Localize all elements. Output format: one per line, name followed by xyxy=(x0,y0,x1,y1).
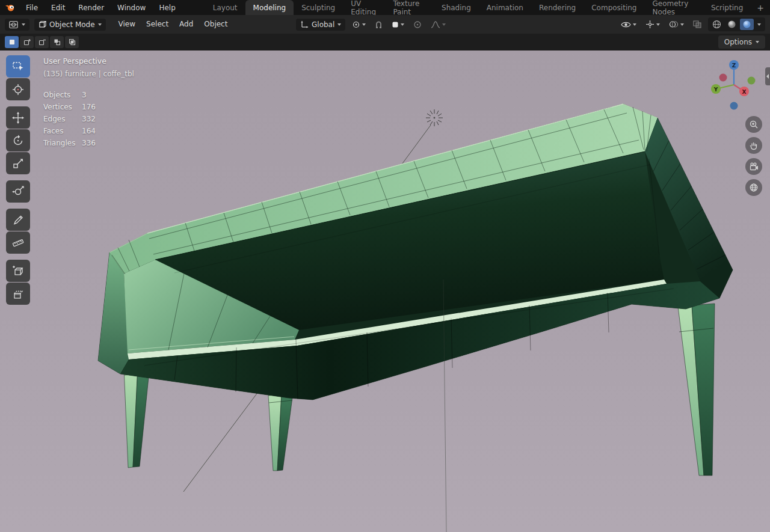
tool-move[interactable] xyxy=(6,106,30,129)
select-mode-subtract[interactable] xyxy=(35,36,49,48)
tool-interactive-add[interactable] xyxy=(6,283,30,305)
viewport-info: User Perspective (135) furniture | coffe… xyxy=(43,57,134,78)
gizmos-dropdown[interactable] xyxy=(643,18,662,31)
tab-scripting[interactable]: Scripting xyxy=(703,0,751,15)
pan-button[interactable] xyxy=(745,137,762,154)
proportional-editing-toggle[interactable] xyxy=(411,19,424,31)
navigation-gizmo[interactable]: Z Y X xyxy=(709,58,759,115)
gizmo-axis-neg-z[interactable] xyxy=(730,102,738,110)
menu-window[interactable]: Window xyxy=(111,0,152,15)
select-mode-invert[interactable] xyxy=(50,36,64,48)
tab-compositing[interactable]: Compositing xyxy=(584,0,644,15)
gizmo-axis-neg-x[interactable] xyxy=(719,74,727,82)
gizmo-axis-neg-y[interactable] xyxy=(748,77,756,85)
gizmo-axis-y[interactable]: Y xyxy=(711,84,721,94)
tab-rendering[interactable]: Rendering xyxy=(531,0,584,15)
tab-texture-paint[interactable]: Texture Paint xyxy=(385,0,434,15)
snap-magnet-icon xyxy=(375,20,383,29)
tool-select-box[interactable] xyxy=(6,55,30,78)
gizmo-axis-x[interactable]: X xyxy=(739,87,749,96)
menu-view[interactable]: View xyxy=(113,15,141,34)
menu-select[interactable]: Select xyxy=(141,15,174,34)
menu-add[interactable]: Add xyxy=(174,15,199,34)
tool-transform[interactable] xyxy=(6,180,30,203)
visibility-dropdown[interactable] xyxy=(618,19,639,30)
scene-statistics: Objects3 Vertices176 Edges332 Faces164 T… xyxy=(43,89,96,149)
tool-cursor[interactable] xyxy=(6,78,30,100)
transform-orientation-icon xyxy=(300,20,309,28)
wireframe-sphere-icon xyxy=(712,20,721,29)
toolbar xyxy=(6,55,30,305)
workspace-tabs: Layout Modeling Sculpting UV Editing Tex… xyxy=(205,0,751,15)
orientation-label: Global xyxy=(312,20,334,29)
menu-edit[interactable]: Edit xyxy=(45,0,72,15)
tab-shading[interactable]: Shading xyxy=(434,0,479,15)
toggle-perspective-button[interactable] xyxy=(745,179,762,196)
stat-label: Faces xyxy=(43,127,82,135)
move-icon xyxy=(11,111,25,124)
tab-uv-editing[interactable]: UV Editing xyxy=(343,0,385,15)
shading-wireframe-button[interactable] xyxy=(710,19,724,30)
tab-geometry-nodes[interactable]: Geometry Nodes xyxy=(644,0,703,15)
tool-scale[interactable] xyxy=(6,152,30,174)
menu-help[interactable]: Help xyxy=(152,0,182,15)
menu-render[interactable]: Render xyxy=(72,0,111,15)
transform-orientation-dropdown[interactable]: Global xyxy=(296,19,345,31)
select-mode-extend[interactable] xyxy=(20,36,34,48)
topbar: File Edit Render Window Help Layout Mode… xyxy=(0,0,770,15)
snap-target-dropdown[interactable] xyxy=(389,19,407,30)
zoom-icon xyxy=(749,120,759,129)
sidebar-toggle[interactable] xyxy=(765,67,770,85)
svg-text:Y: Y xyxy=(713,87,718,93)
snap-toggle[interactable] xyxy=(372,19,385,31)
camera-icon xyxy=(749,162,759,171)
tool-annotate[interactable] xyxy=(6,209,30,231)
gizmo-axis-z[interactable]: Z xyxy=(729,60,739,70)
tool-measure[interactable] xyxy=(6,231,30,254)
proportional-falloff-dropdown[interactable] xyxy=(428,19,448,30)
select-mode-new[interactable] xyxy=(5,36,19,48)
zoom-button[interactable] xyxy=(745,116,762,133)
collection-label: (135) furniture | coffe_tbl xyxy=(43,70,134,78)
viewport-header: Object Mode View Select Add Object Globa… xyxy=(0,15,770,34)
stat-label: Triangles xyxy=(43,139,82,147)
add-workspace-button[interactable]: + xyxy=(751,0,770,15)
options-label: Options xyxy=(724,38,752,46)
pivot-point-icon xyxy=(352,20,360,29)
collapse-arrow-icon xyxy=(766,74,769,79)
select-mode-intersect[interactable] xyxy=(65,36,79,48)
object-mode-cube-icon xyxy=(38,20,46,28)
stat-value: 332 xyxy=(82,115,96,123)
xray-toggle[interactable] xyxy=(691,19,704,30)
viewport-menus: View Select Add Object xyxy=(113,15,233,34)
menu-object[interactable]: Object xyxy=(199,15,233,34)
overlays-dropdown[interactable] xyxy=(667,19,686,30)
tab-animation[interactable]: Animation xyxy=(479,0,531,15)
perspective-label: User Perspective xyxy=(43,57,134,66)
pivot-point-dropdown[interactable] xyxy=(350,19,368,31)
stat-label: Edges xyxy=(43,115,82,123)
tab-modeling[interactable]: Modeling xyxy=(245,0,294,15)
mode-dropdown[interactable]: Object Mode xyxy=(34,19,106,31)
tool-rotate[interactable] xyxy=(6,129,30,151)
select-box-icon xyxy=(11,60,25,73)
tab-sculpting[interactable]: Sculpting xyxy=(294,0,343,15)
shading-rendered-dropdown[interactable] xyxy=(755,22,763,27)
coffee-table-object[interactable] xyxy=(98,104,733,475)
shading-material-preview-button[interactable] xyxy=(740,19,754,30)
transform-icon xyxy=(11,185,25,198)
add-cube-icon xyxy=(11,264,25,278)
menu-file[interactable]: File xyxy=(19,0,45,15)
shading-solid-button[interactable] xyxy=(725,19,739,30)
tool-add-cube[interactable] xyxy=(6,260,30,282)
viewport-canvas[interactable] xyxy=(0,50,770,532)
editor-type-dropdown[interactable] xyxy=(5,19,29,31)
stat-value: 176 xyxy=(82,103,96,111)
empty-object[interactable] xyxy=(426,109,443,126)
tab-layout[interactable]: Layout xyxy=(205,0,245,15)
3d-viewport[interactable]: User Perspective (135) furniture | coffe… xyxy=(0,50,770,532)
blender-logo-icon[interactable] xyxy=(0,0,19,15)
solid-sphere-icon xyxy=(727,20,736,29)
camera-view-button[interactable] xyxy=(745,158,762,175)
options-dropdown[interactable]: Options xyxy=(718,35,765,49)
